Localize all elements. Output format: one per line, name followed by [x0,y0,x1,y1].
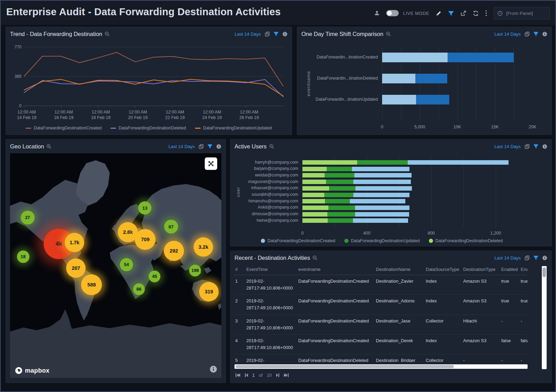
copy-icon[interactable] [265,31,270,37]
info-icon[interactable] [216,144,221,149]
geo-bubble[interactable]: 18 [17,250,29,263]
last-page-button[interactable] [284,373,289,377]
bar-segment-DataForwardingDestinationUpdated[interactable] [326,180,353,184]
scrollbar-thumb[interactable] [236,365,454,368]
bar-row[interactable] [302,212,409,217]
bar-segment-DataForwardingDestinationDeleted[interactable] [302,218,328,223]
bar-segment-DataForwardingDestinationUpdated[interactable] [328,218,353,223]
geo-bubble[interactable]: 588 [81,274,102,295]
table-row[interactable]: 12019-02-28T17:49:10.806+0000DataForward… [235,275,528,295]
legend-item[interactable]: DataForwardingDestinationUpdated [195,126,272,130]
zoom-in-icon[interactable] [105,31,109,36]
info-icon[interactable] [542,31,547,37]
bar-segment-DataForwardingDestinationCreated[interactable] [353,218,408,223]
edit-pencil-icon[interactable] [436,10,442,16]
geo-bubble[interactable]: 207 [66,258,86,278]
time-range-link[interactable]: Last 14 Days [494,144,521,149]
bar-segment-Count[interactable] [415,74,447,83]
table-row[interactable]: 52019-02-28T17:49:10.806+0000DataForward… [235,354,528,362]
user-icon[interactable] [374,10,380,16]
legend-item[interactable]: DataForwardingDestinationUpdated [344,238,420,243]
bar-segment-DataForwardingDestinationCreated[interactable] [355,206,409,210]
geo-bubble[interactable]: 27 [21,211,35,225]
share-icon[interactable] [460,10,466,16]
bar-row[interactable] [302,206,409,210]
legend-item[interactable]: DataForwardingDestinationCreated [26,126,102,130]
col-header-EventTime[interactable]: EventTime [246,265,298,275]
geo-bubble[interactable]: 87 [164,220,178,234]
time-range-link[interactable]: Last 14 Days [494,31,521,37]
copy-icon[interactable] [524,31,530,37]
bar-row[interactable] [382,95,449,104]
bar-segment-DataForwardingDestinationCreated[interactable] [350,199,405,203]
col-header-DestinationType[interactable]: DestinationType [462,265,501,275]
table-vertical-scrollbar[interactable] [542,266,547,369]
geo-bubble[interactable]: 709 [135,229,156,250]
col-header-Enabled[interactable]: Enabled [520,265,528,275]
next-page-button[interactable] [276,373,280,377]
bar-segment-DataForwardingDestinationUpdated[interactable] [324,193,353,197]
info-icon[interactable] [282,31,288,37]
live-mode-toggle[interactable] [386,10,399,16]
bar-segment-DataForwardingDestinationCreated[interactable] [353,193,409,197]
map-fullscreen-button[interactable] [205,157,217,170]
bar-segment-DataForwardingDestinationDeleted[interactable] [302,173,325,177]
bar-segment-DataForwardingDestinationUpdated[interactable] [328,206,355,210]
zoom-in-icon[interactable] [46,144,51,149]
first-page-button[interactable] [235,373,240,377]
bar-segment-Count[interactable] [416,95,450,104]
bar-segment-DataForwardingDestinationDeleted[interactable] [302,167,327,171]
bar-row[interactable] [302,218,408,223]
bar-segment-DataForwardingDestinationUpdated[interactable] [325,199,350,203]
geo-bubble[interactable]: 54 [120,258,133,271]
col-header-Enabled[interactable]: Enabled [501,265,520,275]
legend-item[interactable]: Count [382,134,400,135]
bar-segment-DataForwardingDestinationDeleted[interactable] [302,180,326,184]
copy-icon[interactable] [524,144,530,149]
col-header-DestinationName[interactable]: DestinationName [375,265,425,275]
table-row[interactable]: 32019-02-28T17:49:10.806+0000DataForward… [235,314,528,334]
prev-page-button[interactable] [245,373,248,377]
bar-segment-DataForwardingDestinationDeleted[interactable] [302,186,329,191]
bar-segment-DataForwardingDestinationUpdated[interactable] [357,160,408,165]
zoom-in-icon[interactable] [386,31,391,36]
map-info-icon[interactable] [210,365,217,374]
legend-item[interactable]: Count_Shift_1d [409,134,445,135]
info-icon[interactable] [542,255,547,261]
legend-item[interactable]: DataForwardingDestinationDeleted [429,238,503,243]
geo-bubble[interactable]: 1.7k [65,233,84,252]
bar-segment-DataForwardingDestinationUpdated[interactable] [327,167,352,171]
legend-item[interactable]: DataForwardingDestinationDeleted [111,126,186,130]
filter-icon[interactable] [208,144,212,149]
geo-bubble[interactable]: 292 [164,241,184,261]
geo-bubble[interactable]: 86 [133,283,145,295]
filter-icon[interactable] [533,144,538,149]
col-header-#[interactable]: # [235,265,246,275]
time-range-link[interactable]: Last 14 Days [494,255,521,261]
kebab-menu-icon[interactable] [485,10,487,16]
geo-bubble[interactable]: 45 [149,271,160,282]
refresh-icon[interactable] [473,10,479,16]
bar-segment-DataForwardingDestinationCreated[interactable] [352,167,409,171]
bar-segment-DataForwardingDestinationDeleted[interactable] [302,193,324,197]
bar-segment-Count_Shift_1d[interactable] [382,95,416,104]
bar-row[interactable] [302,167,409,171]
filter-icon[interactable] [274,31,279,36]
bar-row[interactable] [382,53,514,62]
bar-row[interactable] [302,180,411,184]
bar-segment-DataForwardingDestinationCreated[interactable] [354,173,412,177]
geo-bubble[interactable]: 198 [189,265,201,276]
bar-segment-Count_Shift_1d[interactable] [382,74,415,83]
mapbox-attribution[interactable]: mapbox [15,367,50,374]
bar-segment-DataForwardingDestinationUpdated[interactable] [325,173,354,177]
bar-segment-DataForwardingDestinationCreated[interactable] [353,180,411,184]
zoom-in-icon[interactable] [312,255,317,260]
table-row[interactable]: 22019-02-28T17:49:10.806+0000DataForward… [235,295,528,314]
bar-segment-DataForwardingDestinationCreated[interactable] [355,186,412,191]
geo-map[interactable]: 2713872.8k7094k1.7k3.2k29218207544519858… [10,153,221,378]
table-horizontal-scrollbar[interactable] [235,364,528,369]
bar-segment-DataForwardingDestinationUpdated[interactable] [327,212,355,217]
zoom-in-icon[interactable] [269,144,274,149]
col-header-eventname[interactable]: eventname [298,265,375,275]
bar-segment-DataForwardingDestinationDeleted[interactable] [302,206,328,210]
